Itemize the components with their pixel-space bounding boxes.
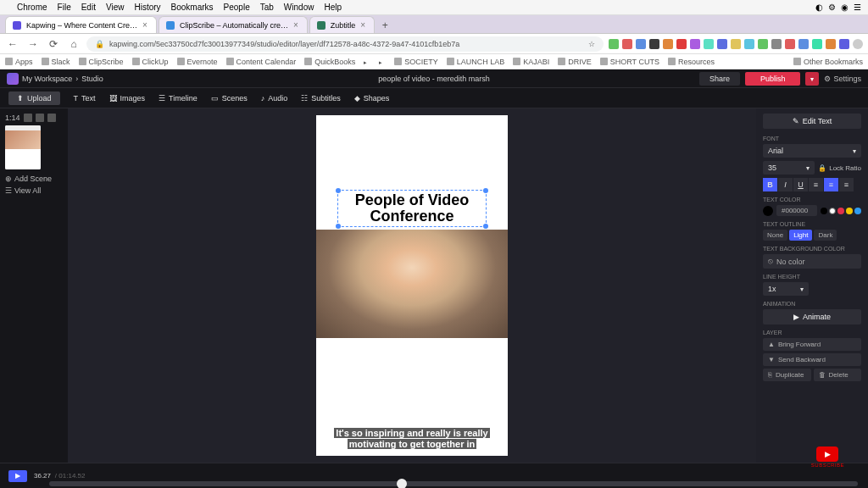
star-icon[interactable]: ☆ [588,40,595,48]
bookmark-item[interactable]: LAUNCH LAB [447,58,505,66]
delete-button[interactable]: 🗑Delete [814,369,862,381]
outline-dark[interactable]: Dark [814,230,837,241]
youtube-subscribe-badge[interactable]: ▶ SUBSCRIBE [811,446,844,468]
bookmark-item[interactable]: KAJABI [513,58,549,66]
breadcrumb-studio[interactable]: Studio [81,75,103,83]
send-backward-button[interactable]: ▼Send Backward [763,353,861,366]
extension-icon[interactable] [731,39,741,49]
no-color-button[interactable]: ⦸No color [763,254,861,269]
extension-icon[interactable] [636,39,646,49]
outline-light[interactable]: Light [789,230,812,241]
tool-audio[interactable]: ♪Audio [261,94,288,103]
extension-icon[interactable] [676,39,687,49]
extension-icon[interactable] [717,39,727,49]
extension-icon[interactable] [771,39,782,49]
publish-dropdown[interactable]: ▾ [805,72,819,86]
browser-tab[interactable]: ClipScribe – Automatically cre… × [159,16,308,33]
extension-icon[interactable] [649,39,659,49]
underline-button[interactable]: U [793,178,809,191]
tool-text[interactable]: TText [74,94,96,103]
extension-icon[interactable] [690,39,700,49]
tool-images[interactable]: 🖼Images [109,94,146,103]
extension-icon[interactable] [798,39,809,49]
color-swatch[interactable] [846,208,853,214]
menu-edit[interactable]: Edit [81,3,96,12]
bookmark-item[interactable]: Slack [42,58,70,66]
bookmark-item[interactable]: Evernote [177,58,218,66]
bookmark-item[interactable]: SHORT CUTS [600,58,659,66]
bookmark-item[interactable]: Content Calendar [226,58,297,66]
bold-button[interactable]: B [763,178,778,191]
close-icon[interactable]: × [360,20,365,30]
align-left-button[interactable]: ≡ [809,178,824,191]
edit-text-button[interactable]: ✎Edit Text [763,114,861,129]
upload-button[interactable]: ⬆Upload [8,92,60,105]
font-select[interactable]: Arial▾ [763,144,861,158]
font-size-select[interactable]: 35▾ [763,161,815,175]
color-swatch[interactable] [854,208,861,214]
copy-icon[interactable] [24,114,32,122]
color-swatch[interactable] [829,208,836,214]
color-swatch[interactable] [821,208,827,214]
workspace-name[interactable]: My Workspace [22,75,72,83]
align-center-button[interactable]: ≡ [824,178,839,191]
browser-tab[interactable]: Kapwing – Where Content Cre… × [5,16,157,33]
breadcrumb[interactable]: My Workspace › Studio [7,73,103,85]
subtitle-text[interactable]: It's so inspiring and really is really m… [321,428,503,452]
play-button[interactable]: ▶ [8,470,27,482]
settings-button[interactable]: ⚙Settings [824,75,861,83]
home-button[interactable]: ⌂ [66,36,81,52]
bookmark-item[interactable]: QuickBooks [304,58,355,66]
bookmark-item[interactable]: Resources [668,58,715,66]
align-right-button[interactable]: ≡ [839,178,854,191]
menu-people[interactable]: People [224,3,250,12]
menu-tab[interactable]: Tab [260,3,274,12]
publish-button[interactable]: Publish [745,72,801,86]
italic-button[interactable]: I [778,178,793,191]
timeline-playhead[interactable] [397,479,407,488]
share-button[interactable]: Share [699,72,740,86]
other-bookmarks[interactable]: Other Bookmarks [793,58,863,66]
timeline-track[interactable] [49,481,858,486]
apps-button[interactable]: Apps [5,58,33,66]
headline-text-box[interactable]: People of Video Conference [337,190,487,227]
scene-thumbnail[interactable] [5,125,41,169]
resize-handle[interactable] [336,224,341,229]
menu-view[interactable]: View [106,3,125,12]
new-tab-button[interactable]: + [376,18,393,33]
close-icon[interactable]: × [293,20,298,30]
bring-forward-button[interactable]: ▲Bring Forward [763,338,861,351]
menu-chrome[interactable]: Chrome [17,3,47,12]
trash-icon[interactable] [47,114,56,122]
view-all-button[interactable]: ☰View All [5,186,63,195]
color-swatch[interactable] [837,208,844,214]
tool-scenes[interactable]: ▭Scenes [211,94,248,103]
url-input[interactable]: 🔒 kapwing.com/5ec33750cd7fc30013977349/s… [86,36,604,52]
extension-icon[interactable] [826,39,836,49]
extension-icon[interactable] [704,39,714,49]
extension-icon[interactable] [609,39,619,49]
extension-icon[interactable] [758,39,768,49]
canvas[interactable]: People of Video Conference It's so inspi… [68,108,756,463]
reload-button[interactable]: ⟳ [46,36,61,52]
bookmark-folder[interactable] [379,58,386,66]
menu-file[interactable]: File [58,3,71,12]
tool-timeline[interactable]: ☰Timeline [159,94,198,103]
bookmark-folder[interactable] [364,58,370,66]
extension-icon[interactable] [622,39,632,49]
menu-bookmarks[interactable]: Bookmarks [171,3,214,12]
outline-none[interactable]: None [763,230,787,241]
project-title[interactable]: people of video - meredith marsh [378,75,490,83]
lineheight-select[interactable]: 1x▾ [763,282,809,296]
close-icon[interactable]: × [142,20,147,30]
color-hex-input[interactable]: #000000 [776,205,817,216]
extension-icon[interactable] [785,39,795,49]
extension-icon[interactable] [812,39,822,49]
current-color-swatch[interactable] [763,206,773,216]
tool-shapes[interactable]: ◆Shapes [354,94,390,103]
bookmark-item[interactable]: DRIVE [558,58,592,66]
extension-icon[interactable] [839,39,849,49]
forward-button[interactable]: → [25,36,41,52]
duplicate-button[interactable]: ⎘Duplicate [763,369,811,381]
back-button[interactable]: ← [5,36,20,52]
